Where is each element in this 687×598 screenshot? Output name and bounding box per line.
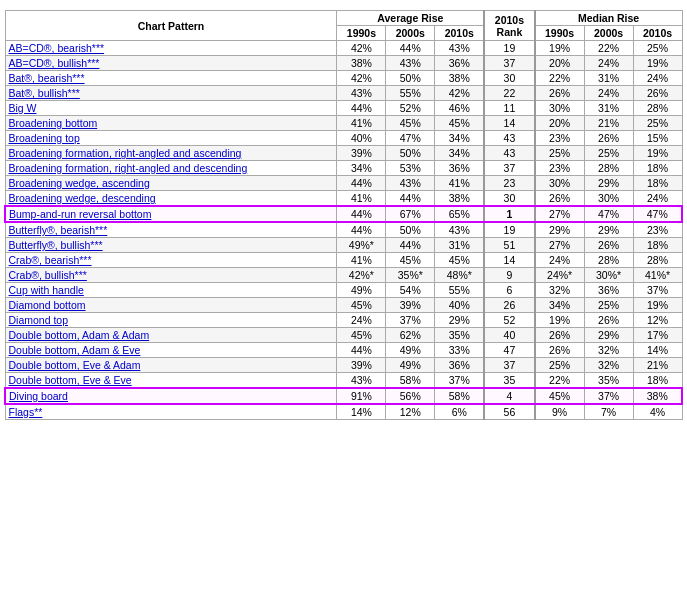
table-row: Flags**14%12%6%569%7%4% xyxy=(5,404,682,420)
avg-rise-2010s: 43% xyxy=(435,41,485,56)
pattern-link[interactable]: Double bottom, Eve & Adam xyxy=(9,359,141,371)
med-rise-2000s: 31% xyxy=(584,101,633,116)
pattern-link[interactable]: Crab®, bullish*** xyxy=(9,269,87,281)
pattern-link[interactable]: Diving board xyxy=(9,390,68,402)
pattern-name[interactable]: Bat®, bearish*** xyxy=(5,71,337,86)
med-rise-1990s: 25% xyxy=(535,358,585,373)
med-rise-1990s: 23% xyxy=(535,131,585,146)
pattern-name[interactable]: AB=CD®, bullish*** xyxy=(5,56,337,71)
pattern-link[interactable]: Bat®, bullish*** xyxy=(9,87,80,99)
pattern-name[interactable]: Flags** xyxy=(5,404,337,420)
pattern-name[interactable]: Double bottom, Eve & Adam xyxy=(5,358,337,373)
med-rise-1990s: 24%* xyxy=(535,268,585,283)
pattern-link[interactable]: AB=CD®, bearish*** xyxy=(9,42,105,54)
avg-rise-2000s: 12% xyxy=(386,404,435,420)
avg-rise-2000s: 39% xyxy=(386,298,435,313)
pattern-link[interactable]: Broadening formation, right-angled and d… xyxy=(9,162,248,174)
pattern-link[interactable]: Diamond top xyxy=(9,314,69,326)
med-rise-2000s: 25% xyxy=(584,298,633,313)
pattern-name[interactable]: Broadening formation, right-angled and d… xyxy=(5,161,337,176)
avg-2010s: 2010s xyxy=(435,26,485,41)
med-rise-1990s: 34% xyxy=(535,298,585,313)
rank-2010s: 37 xyxy=(484,358,534,373)
pattern-link[interactable]: Butterfly®, bearish*** xyxy=(9,224,108,236)
pattern-link[interactable]: Crab®, bearish*** xyxy=(9,254,92,266)
pattern-name[interactable]: Diamond top xyxy=(5,313,337,328)
med-rise-1990s: 25% xyxy=(535,146,585,161)
pattern-link[interactable]: Diamond bottom xyxy=(9,299,86,311)
pattern-name[interactable]: Diamond bottom xyxy=(5,298,337,313)
pattern-name[interactable]: Double bottom, Adam & Eve xyxy=(5,343,337,358)
pattern-name[interactable]: Broadening wedge, ascending xyxy=(5,176,337,191)
pattern-name[interactable]: Butterfly®, bearish*** xyxy=(5,222,337,238)
rank-2010s: 35 xyxy=(484,373,534,389)
pattern-name[interactable]: Bat®, bullish*** xyxy=(5,86,337,101)
med-rise-2010s: 37% xyxy=(633,283,682,298)
pattern-link[interactable]: Big W xyxy=(9,102,37,114)
pattern-link[interactable]: Broadening wedge, ascending xyxy=(9,177,150,189)
pattern-link[interactable]: Broadening wedge, descending xyxy=(9,192,156,204)
pattern-name[interactable]: Crab®, bullish*** xyxy=(5,268,337,283)
pattern-link[interactable]: Broadening bottom xyxy=(9,117,98,129)
rank-2010s: 23 xyxy=(484,176,534,191)
avg-rise-2000s: 35%* xyxy=(386,268,435,283)
med-rise-2000s: 30% xyxy=(584,191,633,207)
pattern-link[interactable]: Double bottom, Adam & Adam xyxy=(9,329,150,341)
med-rise-2010s: 24% xyxy=(633,191,682,207)
pattern-link[interactable]: Broadening top xyxy=(9,132,80,144)
med-rise-2010s: 28% xyxy=(633,101,682,116)
rank-2010s: 22 xyxy=(484,86,534,101)
pattern-link[interactable]: Bat®, bearish*** xyxy=(9,72,85,84)
pattern-name[interactable]: Double bottom, Eve & Eve xyxy=(5,373,337,389)
avg-rise-2010s: 33% xyxy=(435,343,485,358)
pattern-link[interactable]: Butterfly®, bullish*** xyxy=(9,239,103,251)
pattern-name[interactable]: Crab®, bearish*** xyxy=(5,253,337,268)
avg-rise-2010s: 65% xyxy=(435,206,485,222)
rank-2010s: 52 xyxy=(484,313,534,328)
med-rise-2000s: 7% xyxy=(584,404,633,420)
avg-rise-2000s: 44% xyxy=(386,41,435,56)
pattern-link[interactable]: Double bottom, Adam & Eve xyxy=(9,344,141,356)
pattern-link[interactable]: Cup with handle xyxy=(9,284,84,296)
avg-rise-2010s: 43% xyxy=(435,222,485,238)
avg-rise-1990s: 44% xyxy=(337,101,386,116)
pattern-link[interactable]: Double bottom, Eve & Eve xyxy=(9,374,132,386)
avg-rise-1990s: 45% xyxy=(337,328,386,343)
pattern-name[interactable]: Big W xyxy=(5,101,337,116)
avg-rise-2000s: 43% xyxy=(386,176,435,191)
avg-rise-1990s: 43% xyxy=(337,86,386,101)
table-row: Broadening wedge, ascending44%43%41%2330… xyxy=(5,176,682,191)
avg-rise-2010s: 38% xyxy=(435,71,485,86)
avg-rise-2000s: 47% xyxy=(386,131,435,146)
avg-rise-2000s: 53% xyxy=(386,161,435,176)
pattern-name[interactable]: AB=CD®, bearish*** xyxy=(5,41,337,56)
med-rise-1990s: 45% xyxy=(535,388,585,404)
med-rise-2010s: 14% xyxy=(633,343,682,358)
avg-rise-1990s: 34% xyxy=(337,161,386,176)
rank-2010s: 9 xyxy=(484,268,534,283)
med-rise-1990s: 19% xyxy=(535,313,585,328)
med-rise-2000s: 32% xyxy=(584,358,633,373)
pattern-link[interactable]: AB=CD®, bullish*** xyxy=(9,57,100,69)
rank-2010s: 14 xyxy=(484,116,534,131)
pattern-link[interactable]: Broadening formation, right-angled and a… xyxy=(9,147,242,159)
pattern-name[interactable]: Double bottom, Adam & Adam xyxy=(5,328,337,343)
pattern-name[interactable]: Diving board xyxy=(5,388,337,404)
avg-rise-2000s: 56% xyxy=(386,388,435,404)
pattern-name[interactable]: Bump-and-run reversal bottom xyxy=(5,206,337,222)
header-row-group: Chart Pattern Average Rise 2010sRank Med… xyxy=(5,11,682,26)
rank-2010s: 30 xyxy=(484,71,534,86)
pattern-link[interactable]: Bump-and-run reversal bottom xyxy=(9,208,151,220)
avg-rise-1990s: 41% xyxy=(337,253,386,268)
avg-rise-2010s: 37% xyxy=(435,373,485,389)
pattern-name[interactable]: Broadening bottom xyxy=(5,116,337,131)
pattern-name[interactable]: Cup with handle xyxy=(5,283,337,298)
pattern-link[interactable]: Flags** xyxy=(9,406,43,418)
pattern-name[interactable]: Broadening wedge, descending xyxy=(5,191,337,207)
pattern-name[interactable]: Butterfly®, bullish*** xyxy=(5,238,337,253)
table-row: Double bottom, Eve & Eve43%58%37%3522%35… xyxy=(5,373,682,389)
pattern-name[interactable]: Broadening formation, right-angled and a… xyxy=(5,146,337,161)
pattern-name[interactable]: Broadening top xyxy=(5,131,337,146)
avg-rise-2010s: 34% xyxy=(435,146,485,161)
table-row: Bump-and-run reversal bottom44%67%65%127… xyxy=(5,206,682,222)
